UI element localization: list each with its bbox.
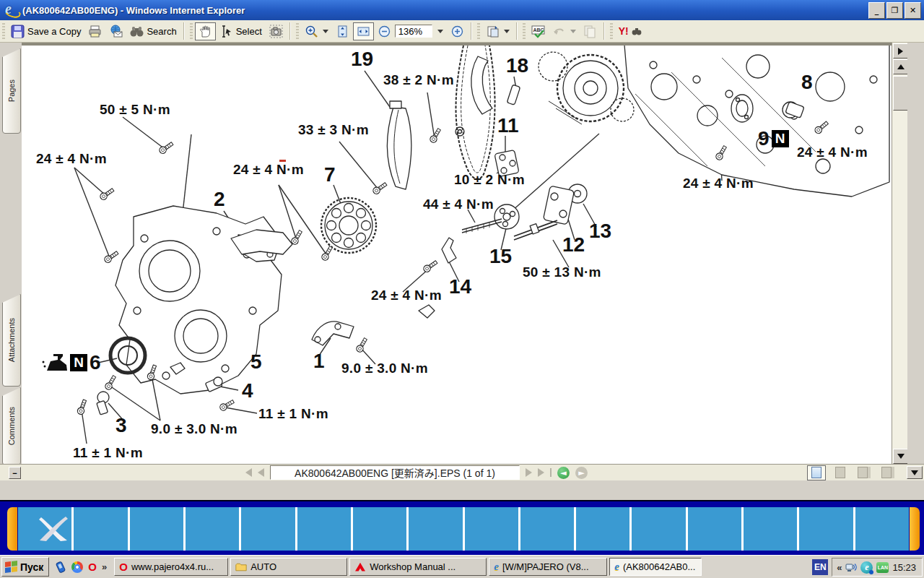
taskbar-button[interactable]: e(AK800642AB0... bbox=[609, 558, 702, 576]
tray-collapse-chevron[interactable]: « bbox=[837, 562, 842, 573]
quick-launch-overflow-chevron[interactable]: » bbox=[102, 561, 107, 572]
lan-icon[interactable]: LAN bbox=[876, 562, 889, 573]
spellcheck-button[interactable]: ABC bbox=[528, 22, 549, 40]
maximize-button[interactable]: ❐ bbox=[886, 2, 903, 19]
email-button[interactable] bbox=[105, 22, 126, 40]
undo-button[interactable] bbox=[549, 22, 580, 40]
save-a-copy-label: Save a Copy bbox=[27, 26, 81, 37]
snapshot-button[interactable] bbox=[266, 22, 287, 40]
zoom-level-dropdown[interactable] bbox=[432, 27, 447, 35]
panel-tile-8[interactable] bbox=[406, 507, 462, 551]
facing-layout-button[interactable] bbox=[879, 465, 897, 480]
panel-tile-3[interactable] bbox=[128, 507, 183, 551]
panel-tile-10[interactable] bbox=[518, 507, 574, 551]
toolbar-grip[interactable] bbox=[190, 23, 193, 39]
continuous-layout-button[interactable] bbox=[831, 465, 850, 480]
zoom-in-tool-button[interactable] bbox=[301, 22, 332, 40]
panel-tile-11[interactable] bbox=[574, 507, 629, 551]
minimize-button[interactable]: _ bbox=[868, 2, 885, 19]
expand-pane-button[interactable] bbox=[893, 43, 908, 59]
print-button[interactable] bbox=[84, 22, 105, 40]
opera-icon[interactable]: O bbox=[88, 561, 97, 573]
panel-tile-6[interactable] bbox=[295, 507, 351, 551]
zoom-tool-dropdown[interactable] bbox=[323, 30, 328, 33]
taskbar-button[interactable]: AUTO bbox=[230, 558, 347, 576]
last-page-button[interactable] bbox=[538, 468, 544, 477]
down-arrow-icon bbox=[911, 470, 918, 475]
page-navigation-dropdown[interactable] bbox=[504, 30, 510, 33]
antivirus-icon[interactable]: e bbox=[860, 561, 873, 574]
page-filename-field[interactable]: AK800642AB00ENG [更新済み].EPS (1 of 1) bbox=[270, 465, 520, 480]
hand-tool-button[interactable] bbox=[195, 22, 216, 40]
taskbar-button[interactable]: e[W/M]PAJERO (V8... bbox=[489, 558, 607, 576]
scroll-up-button[interactable] bbox=[893, 59, 908, 74]
copy-pages-button[interactable] bbox=[580, 22, 601, 40]
next-view-button[interactable]: ► bbox=[575, 467, 588, 479]
scroll-down-button[interactable] bbox=[893, 449, 908, 464]
phone-icon[interactable] bbox=[55, 561, 66, 573]
fit-page-button[interactable] bbox=[332, 22, 353, 40]
page-navigation-button[interactable] bbox=[482, 22, 513, 40]
panel-tile-12[interactable] bbox=[629, 507, 685, 551]
language-indicator[interactable]: EN bbox=[812, 559, 828, 575]
panel-tile-4[interactable] bbox=[183, 507, 239, 551]
panel-tile-14[interactable] bbox=[741, 507, 797, 551]
scroll-down-arrow-button[interactable] bbox=[907, 466, 923, 479]
toolbar-grip[interactable] bbox=[523, 23, 526, 39]
first-page-button[interactable] bbox=[245, 468, 252, 477]
toolbar-grip[interactable] bbox=[610, 23, 613, 39]
taskbar-button-label: www.pajero4x4.ru... bbox=[131, 561, 214, 572]
scrollbar-thumb[interactable] bbox=[893, 76, 908, 111]
fit-page-icon bbox=[336, 25, 349, 38]
tab-attachments[interactable]: Attachments bbox=[2, 294, 21, 387]
chrome-icon[interactable] bbox=[71, 561, 83, 573]
tab-pages[interactable]: Pages bbox=[2, 48, 21, 134]
blue-panel-band bbox=[0, 500, 924, 555]
x-brush-icon bbox=[38, 516, 69, 542]
previous-page-button[interactable] bbox=[258, 468, 264, 477]
pdf-page[interactable] bbox=[22, 43, 892, 464]
internet-explorer-icon: e bbox=[4, 3, 19, 17]
start-button[interactable]: Пуск bbox=[1, 557, 49, 577]
zoom-in-button[interactable] bbox=[447, 22, 468, 40]
toolbar-grip[interactable] bbox=[477, 23, 480, 39]
panel-tile-2[interactable] bbox=[71, 507, 127, 551]
next-page-button[interactable] bbox=[526, 468, 532, 477]
splitter-collapse-button[interactable]: − bbox=[9, 467, 21, 479]
taskbar-button[interactable]: Owww.pajero4x4.ru... bbox=[114, 558, 228, 576]
save-a-copy-button[interactable]: Save a Copy bbox=[7, 22, 84, 40]
panel-tile-16[interactable] bbox=[853, 507, 909, 551]
pdf-vertical-scrollbar[interactable] bbox=[892, 43, 908, 464]
toolbar-separator bbox=[516, 22, 518, 40]
toolbar-grip[interactable] bbox=[296, 23, 299, 39]
undo-dropdown[interactable] bbox=[570, 30, 576, 33]
folder-icon bbox=[235, 562, 247, 572]
continuous-facing-layout-button[interactable] bbox=[855, 465, 873, 480]
windows-logo-icon bbox=[5, 561, 17, 573]
fit-width-button[interactable] bbox=[353, 22, 374, 40]
select-tool-button[interactable]: Select bbox=[216, 22, 266, 40]
toolbar-grip[interactable] bbox=[2, 23, 5, 39]
panel-tile-9[interactable] bbox=[463, 507, 518, 551]
band-left-cap bbox=[7, 507, 17, 551]
zoom-level-field[interactable]: 136% bbox=[395, 25, 432, 38]
search-button[interactable]: Search bbox=[126, 22, 180, 40]
panel-tile-7[interactable] bbox=[351, 507, 406, 551]
zoom-out-button[interactable] bbox=[374, 22, 395, 40]
minus-circle-icon bbox=[378, 25, 391, 38]
yahoo-messenger-button[interactable]: Y! bbox=[615, 23, 645, 39]
single-page-layout-button[interactable] bbox=[807, 465, 826, 480]
floppy-icon bbox=[11, 25, 25, 38]
panel-tile-13[interactable] bbox=[686, 507, 741, 551]
undo-arrow-icon bbox=[552, 25, 566, 38]
previous-view-button[interactable]: ◄ bbox=[557, 467, 570, 479]
tab-comments[interactable]: Comments bbox=[2, 387, 21, 465]
network-icon[interactable] bbox=[845, 562, 857, 573]
tray-clock: 15:23 bbox=[892, 562, 916, 573]
panel-tile-15[interactable] bbox=[797, 507, 853, 551]
panel-tile-5[interactable] bbox=[239, 507, 295, 551]
close-button[interactable]: ✕ bbox=[905, 2, 921, 19]
mitsubishi-icon bbox=[354, 562, 366, 572]
panel-tile-1[interactable] bbox=[18, 507, 71, 551]
taskbar-button[interactable]: Workshop Manual ... bbox=[349, 558, 487, 576]
